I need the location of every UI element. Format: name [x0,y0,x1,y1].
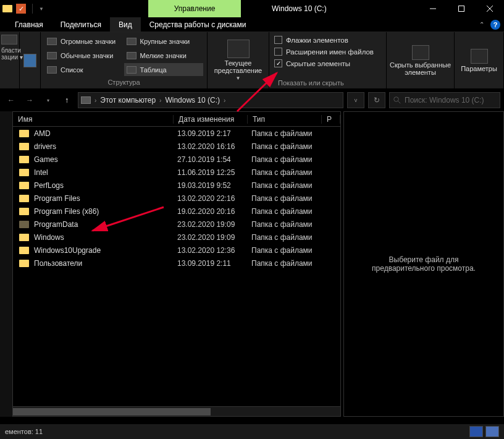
file-name: Games [34,155,177,164]
refresh-button[interactable]: ↻ [368,92,385,108]
huge-icons-icon [47,38,57,45]
status-item-count: ементов: 11 [5,428,43,435]
tab-share[interactable]: Поделиться [52,17,110,32]
view-details-button[interactable] [469,426,483,437]
current-view-label: Текущее представление [214,59,262,74]
file-list-pane: Имя Дата изменения Тип Р AMD13.09.2019 2… [12,111,341,417]
layout-large[interactable]: Крупные значки [124,35,204,48]
file-type: Папка с файлами [251,168,326,177]
ribbon-group-nav-pane: бласти зации ▾ [0,32,20,88]
checkbox-icon [274,36,282,44]
folder-icon [19,143,29,150]
file-date: 19.03.2019 9:52 [177,181,251,190]
tab-home[interactable]: Главная [6,17,52,32]
file-type: Папка с файлами [251,259,326,268]
chevron-right-icon[interactable]: › [94,97,96,104]
table-row[interactable]: Пользователи13.09.2019 2:11Папка с файла… [13,257,340,270]
titlebar: ✓ ▼ Управление Windows 10 (C:) [0,0,504,17]
folder-icon [19,247,29,254]
table-row[interactable]: AMD13.09.2019 2:17Папка с файлами [13,127,340,140]
preview-message: Выберите файл для предварительного просм… [356,255,491,273]
col-header-date[interactable]: Дата изменения [174,115,248,124]
options-icon[interactable] [471,49,488,64]
scrollbar-thumb[interactable] [13,408,211,416]
horizontal-scrollbar[interactable] [13,406,340,416]
maximize-button[interactable] [447,0,476,17]
search-input[interactable]: Поиск: Windows 10 (C:) [389,92,500,108]
navbar: ← → ▾ ↑ › Этот компьютер › Windows 10 (C… [0,89,504,111]
chevron-right-icon[interactable]: › [224,97,225,104]
table-row[interactable]: Games27.10.2019 1:54Папка с файлами [13,153,340,166]
breadcrumb-this-pc[interactable]: Этот компьютер [100,96,156,104]
checkbox-hidden-items[interactable]: ✓Скрытые элементы [274,59,381,67]
svg-line-5 [398,101,401,104]
col-header-name[interactable]: Имя [13,115,174,124]
large-icons-icon [127,38,136,45]
layout-list[interactable]: Список [44,63,124,76]
file-date: 13.02.2020 16:16 [177,142,251,151]
address-dropdown-button[interactable]: v [347,92,364,108]
nav-tree-pane[interactable] [0,111,12,417]
table-icon [127,66,136,74]
small-icons-icon [127,52,136,59]
table-row[interactable]: Windows10Upgrade13.02.2020 12:36Папка с … [13,244,340,257]
nav-up-button[interactable]: ↑ [59,93,74,108]
table-row[interactable]: PerfLogs19.03.2019 9:52Папка с файлами [13,179,340,192]
file-type: Папка с файлами [251,155,326,164]
checkbox-file-extensions[interactable]: Расширения имен файлов [274,48,381,56]
file-name: Windows10Upgrade [34,246,177,255]
file-date: 13.09.2019 2:17 [177,129,251,138]
table-row[interactable]: ProgramData23.02.2020 19:09Папка с файла… [13,218,340,231]
help-icon[interactable]: ? [490,20,500,30]
nav-recent-dropdown[interactable]: ▾ [41,93,56,108]
checkbox-item-flags[interactable]: Флажки элементов [274,36,381,44]
ribbon-collapse-icon[interactable]: ⌃ [479,21,484,28]
layout-label: Список [61,66,83,74]
folder-icon [19,156,29,163]
layout-huge[interactable]: Огромные значки [44,35,124,48]
checkbox-icon-checked: ✓ [274,59,282,67]
current-view-icon[interactable] [227,40,250,58]
table-row[interactable]: Intel11.06.2019 12:25Папка с файлами [13,166,340,179]
folder-icon [19,195,29,202]
chevron-down-icon[interactable]: ▼ [236,75,241,81]
ribbon: бласти зации ▾ Огромные значки Крупные з… [0,32,504,89]
nav-back-button[interactable]: ← [4,93,19,108]
hide-selected-icon[interactable] [412,45,429,60]
address-bar[interactable]: › Этот компьютер › Windows 10 (C:) › [78,92,343,108]
table-row[interactable]: drivers13.02.2020 16:16Папка с файлами [13,140,340,153]
contextual-tab-label: Управление [148,0,241,17]
layout-medium[interactable]: Обычные значки [44,49,124,62]
chevron-right-icon[interactable]: › [159,97,161,104]
ribbon-tabs: Главная Поделиться Вид Средства работы с… [0,17,504,32]
file-list[interactable]: AMD13.09.2019 2:17Папка с файламиdrivers… [13,127,340,406]
minimize-button[interactable] [419,0,447,17]
search-icon [393,96,401,104]
table-row[interactable]: Windows23.02.2020 19:09Папка с файлами [13,231,340,244]
table-row[interactable]: Program Files13.02.2020 22:16Папка с фай… [13,192,340,205]
layout-table[interactable]: Таблица [124,63,204,76]
close-button[interactable] [476,0,504,17]
panes-icon[interactable] [23,54,36,67]
nav-forward-button[interactable]: → [22,93,37,108]
view-large-icons-button[interactable] [485,426,499,437]
qa-dropdown-icon[interactable]: ▼ [39,6,44,12]
file-name: AMD [34,129,177,138]
properties-icon[interactable]: ✓ [16,4,26,14]
col-header-size[interactable]: Р [322,115,340,124]
layout-small[interactable]: Мелкие значки [124,49,204,62]
file-name: drivers [34,142,177,151]
tab-drive-tools[interactable]: Средства работы с дисками [141,17,255,32]
file-date: 27.10.2019 1:54 [177,155,251,164]
table-row[interactable]: Program Files (x86)19.02.2020 20:16Папка… [13,205,340,218]
col-header-type[interactable]: Тип [248,115,322,124]
layout-label: Мелкие значки [140,52,187,59]
quick-access-toolbar: ✓ ▼ [0,0,148,17]
checkbox-label: Флажки элементов [286,36,348,44]
tab-view[interactable]: Вид [110,17,141,32]
list-icon [47,66,57,74]
breadcrumb-drive[interactable]: Windows 10 (C:) [165,96,220,104]
file-name: Intel [34,168,177,177]
nav-pane-icon[interactable] [1,35,17,45]
layout-label: Огромные значки [61,38,116,45]
